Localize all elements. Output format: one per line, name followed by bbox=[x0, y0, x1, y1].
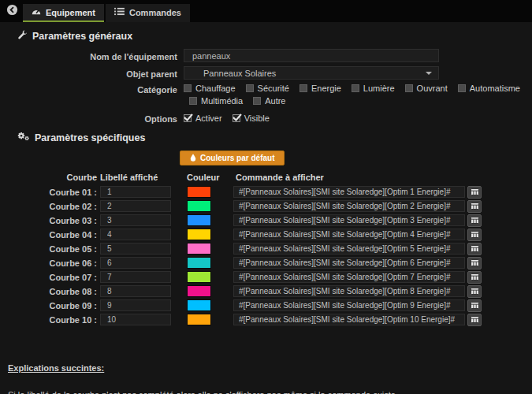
checkbox-ouvrant[interactable]: Ouvrant bbox=[405, 84, 448, 93]
equipment-name-input[interactable] bbox=[184, 49, 439, 62]
curve-name-input[interactable] bbox=[100, 257, 171, 269]
table-row: Courbe 09 : bbox=[8, 299, 524, 311]
tabs: Equipement Commandes bbox=[23, 4, 190, 22]
checkbox-box[interactable] bbox=[189, 97, 197, 105]
command-input[interactable] bbox=[233, 243, 465, 255]
command-input[interactable] bbox=[233, 314, 465, 325]
explanations: Explications succintes: Si le libellé de… bbox=[8, 363, 524, 394]
curve-label: Courbe 09 : bbox=[8, 301, 97, 310]
header-libelle: Libellé affiché bbox=[100, 173, 187, 182]
checkbox-securite[interactable]: Sécurité bbox=[246, 84, 289, 93]
select-command-button[interactable] bbox=[467, 200, 482, 213]
checkbox-box[interactable] bbox=[458, 84, 466, 92]
command-input[interactable] bbox=[233, 299, 465, 311]
color-swatch[interactable] bbox=[187, 314, 211, 325]
tab-label: Commandes bbox=[129, 8, 181, 17]
checkbox-label: Chauffage bbox=[195, 84, 236, 93]
default-colors-button[interactable]: Couleurs par défaut bbox=[180, 151, 285, 165]
command-input[interactable] bbox=[233, 271, 465, 283]
select-command-button[interactable] bbox=[467, 229, 482, 241]
tab-equipement[interactable]: Equipement bbox=[23, 4, 104, 22]
checkbox-box[interactable] bbox=[405, 84, 413, 92]
checkbox-visible[interactable]: Visible bbox=[233, 113, 270, 123]
paint-icon bbox=[190, 154, 196, 163]
table-row: Courbe 02 : bbox=[8, 200, 524, 212]
command-input[interactable] bbox=[233, 229, 465, 240]
color-swatch[interactable] bbox=[187, 285, 211, 297]
header-commande: Commande à afficher bbox=[236, 173, 324, 182]
parent-row: Objet parent Panneaux Solaires bbox=[8, 66, 524, 80]
curve-name-input[interactable] bbox=[100, 186, 171, 198]
select-command-button[interactable] bbox=[467, 243, 482, 255]
checkbox-box[interactable] bbox=[352, 84, 359, 92]
options-checkboxes: Activer Visible bbox=[184, 113, 280, 123]
command-input[interactable] bbox=[233, 186, 465, 198]
select-command-button[interactable] bbox=[467, 214, 482, 227]
checkbox-label: Multimédia bbox=[201, 96, 243, 106]
checkbox-activer[interactable]: Activer bbox=[184, 113, 222, 123]
color-swatch[interactable] bbox=[187, 200, 211, 212]
checkbox-label: Visible bbox=[244, 113, 270, 123]
checkbox-chauffage[interactable]: Chauffage bbox=[184, 84, 236, 93]
general-section-title: Paramètres généraux bbox=[17, 30, 524, 42]
curve-name-input[interactable] bbox=[100, 299, 171, 311]
checkbox-box[interactable] bbox=[253, 97, 261, 105]
curve-name-input[interactable] bbox=[100, 229, 171, 240]
checkbox-box[interactable] bbox=[184, 84, 192, 92]
color-swatch[interactable] bbox=[187, 299, 211, 311]
command-input[interactable] bbox=[233, 257, 465, 269]
color-swatch[interactable] bbox=[187, 243, 211, 255]
checkbox-box-checked[interactable] bbox=[184, 114, 192, 122]
table-header: Courbe Libellé affiché Couleur Commande … bbox=[8, 173, 524, 182]
select-command-button[interactable] bbox=[467, 186, 482, 199]
gears-icon bbox=[17, 132, 29, 143]
color-swatch[interactable] bbox=[187, 186, 211, 198]
curve-name-input[interactable] bbox=[100, 243, 171, 255]
checkbox-box[interactable] bbox=[299, 84, 307, 92]
checkbox-box[interactable] bbox=[246, 84, 254, 92]
checkbox-autre[interactable]: Autre bbox=[253, 96, 285, 106]
curve-label: Courbe 02 : bbox=[8, 202, 97, 211]
color-swatch[interactable] bbox=[187, 257, 211, 269]
parent-object-select[interactable]: Panneaux Solaires bbox=[184, 66, 439, 80]
gauge-icon bbox=[32, 7, 41, 17]
curve-name-input[interactable] bbox=[100, 285, 171, 297]
color-swatch[interactable] bbox=[187, 214, 211, 226]
options-row: Options Activer Visible bbox=[8, 113, 524, 124]
checkbox-lumiere[interactable]: Lumière bbox=[352, 84, 395, 93]
tab-commandes[interactable]: Commandes bbox=[106, 4, 190, 22]
back-button[interactable] bbox=[4, 3, 20, 19]
checkbox-label: Autre bbox=[265, 96, 285, 106]
color-swatch[interactable] bbox=[187, 229, 211, 240]
table-icon bbox=[471, 214, 479, 226]
curve-label: Courbe 10 : bbox=[8, 315, 97, 325]
table-row: Courbe 06 : bbox=[8, 257, 524, 269]
curve-name-input[interactable] bbox=[100, 214, 171, 226]
curve-label: Courbe 01 : bbox=[8, 188, 97, 197]
checkbox-multimedia[interactable]: Multimédia bbox=[189, 96, 243, 106]
chevron-down-icon bbox=[426, 72, 432, 75]
select-command-button[interactable] bbox=[467, 271, 482, 284]
parent-label: Objet parent bbox=[8, 68, 177, 79]
checkbox-box-checked[interactable] bbox=[233, 114, 240, 122]
checkbox-energie[interactable]: Energie bbox=[299, 84, 341, 93]
curve-name-input[interactable] bbox=[100, 314, 171, 325]
select-command-button[interactable] bbox=[467, 285, 482, 298]
category-label: Catégorie bbox=[8, 84, 177, 95]
curve-label: Courbe 06 : bbox=[8, 258, 97, 268]
curve-name-input[interactable] bbox=[100, 200, 171, 212]
curve-label: Courbe 03 : bbox=[8, 216, 97, 225]
top-tab-bar: Equipement Commandes bbox=[0, 0, 532, 22]
select-command-button[interactable] bbox=[467, 257, 482, 269]
select-command-button[interactable] bbox=[467, 314, 482, 326]
table-icon bbox=[471, 229, 479, 240]
command-input[interactable] bbox=[233, 200, 465, 212]
select-command-button[interactable] bbox=[467, 299, 482, 312]
color-swatch[interactable] bbox=[187, 271, 211, 283]
command-input[interactable] bbox=[233, 214, 465, 226]
table-icon bbox=[471, 186, 479, 198]
checkbox-automatisme[interactable]: Automatisme bbox=[458, 84, 520, 93]
name-row: Nom de l'équipement bbox=[8, 49, 524, 62]
curve-name-input[interactable] bbox=[100, 271, 171, 283]
command-input[interactable] bbox=[233, 285, 465, 297]
